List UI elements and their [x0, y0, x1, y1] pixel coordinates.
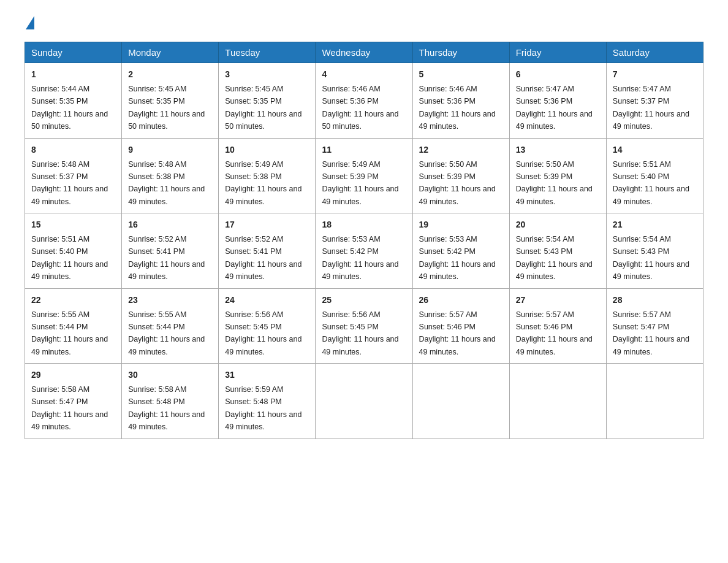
day-number: 25	[322, 294, 406, 307]
calendar-day-cell: 5 Sunrise: 5:46 AMSunset: 5:36 PMDayligh…	[412, 63, 509, 139]
header-sunday: Sunday	[25, 42, 122, 63]
day-info: Sunrise: 5:58 AMSunset: 5:48 PMDaylight:…	[128, 385, 205, 431]
day-info: Sunrise: 5:52 AMSunset: 5:41 PMDaylight:…	[225, 235, 301, 281]
calendar-day-cell: 3 Sunrise: 5:45 AMSunset: 5:35 PMDayligh…	[219, 63, 316, 139]
calendar-day-cell: 23 Sunrise: 5:55 AMSunset: 5:44 PMDaylig…	[122, 288, 219, 364]
header-thursday: Thursday	[412, 42, 509, 63]
day-info: Sunrise: 5:56 AMSunset: 5:45 PMDaylight:…	[225, 310, 301, 356]
calendar-day-cell: 12 Sunrise: 5:50 AMSunset: 5:39 PMDaylig…	[412, 138, 509, 213]
day-number: 18	[322, 218, 406, 231]
day-number: 30	[128, 369, 212, 381]
calendar-day-cell: 25 Sunrise: 5:56 AMSunset: 5:45 PMDaylig…	[316, 288, 412, 364]
day-info: Sunrise: 5:50 AMSunset: 5:39 PMDaylight:…	[516, 160, 593, 206]
day-info: Sunrise: 5:49 AMSunset: 5:38 PMDaylight:…	[225, 160, 301, 206]
calendar-day-cell: 29 Sunrise: 5:58 AMSunset: 5:47 PMDaylig…	[25, 364, 122, 439]
day-info: Sunrise: 5:44 AMSunset: 5:35 PMDaylight:…	[31, 85, 108, 131]
day-info: Sunrise: 5:47 AMSunset: 5:37 PMDaylight:…	[613, 85, 689, 131]
header-wednesday: Wednesday	[316, 42, 412, 63]
day-info: Sunrise: 5:58 AMSunset: 5:47 PMDaylight:…	[31, 385, 108, 431]
calendar-day-cell: 24 Sunrise: 5:56 AMSunset: 5:45 PMDaylig…	[219, 288, 316, 364]
calendar-day-cell: 2 Sunrise: 5:45 AMSunset: 5:35 PMDayligh…	[122, 63, 219, 139]
header-monday: Monday	[122, 42, 219, 63]
calendar-day-cell: 1 Sunrise: 5:44 AMSunset: 5:35 PMDayligh…	[25, 63, 122, 139]
calendar-day-cell: 26 Sunrise: 5:57 AMSunset: 5:46 PMDaylig…	[412, 288, 509, 364]
calendar-day-cell: 17 Sunrise: 5:52 AMSunset: 5:41 PMDaylig…	[219, 213, 316, 289]
calendar-day-cell: 4 Sunrise: 5:46 AMSunset: 5:36 PMDayligh…	[316, 63, 412, 139]
day-number: 10	[225, 144, 309, 156]
day-number: 9	[128, 144, 212, 156]
day-info: Sunrise: 5:56 AMSunset: 5:45 PMDaylight:…	[322, 310, 398, 356]
calendar-day-cell: 7 Sunrise: 5:47 AMSunset: 5:37 PMDayligh…	[606, 63, 703, 139]
calendar-header-row: Sunday Monday Tuesday Wednesday Thursday…	[25, 42, 703, 63]
day-number: 15	[31, 218, 115, 231]
day-info: Sunrise: 5:47 AMSunset: 5:36 PMDaylight:…	[516, 85, 593, 131]
day-info: Sunrise: 5:53 AMSunset: 5:42 PMDaylight:…	[322, 235, 398, 281]
day-number: 6	[516, 68, 600, 81]
header-friday: Friday	[509, 42, 606, 63]
calendar-day-cell: 22 Sunrise: 5:55 AMSunset: 5:44 PMDaylig…	[25, 288, 122, 364]
day-number: 3	[225, 68, 309, 81]
calendar-day-cell	[412, 364, 509, 439]
day-info: Sunrise: 5:48 AMSunset: 5:37 PMDaylight:…	[31, 160, 108, 206]
day-number: 19	[419, 218, 503, 231]
day-number: 17	[225, 218, 309, 231]
day-number: 11	[322, 144, 406, 156]
day-info: Sunrise: 5:54 AMSunset: 5:43 PMDaylight:…	[516, 235, 593, 281]
calendar-day-cell: 19 Sunrise: 5:53 AMSunset: 5:42 PMDaylig…	[412, 213, 509, 289]
calendar-week-row: 29 Sunrise: 5:58 AMSunset: 5:47 PMDaylig…	[25, 364, 703, 439]
calendar-day-cell: 20 Sunrise: 5:54 AMSunset: 5:43 PMDaylig…	[509, 213, 606, 289]
day-number: 5	[419, 68, 503, 81]
header-saturday: Saturday	[606, 42, 703, 63]
day-number: 8	[31, 144, 115, 156]
day-info: Sunrise: 5:45 AMSunset: 5:35 PMDaylight:…	[225, 85, 301, 131]
day-number: 14	[613, 144, 697, 156]
day-number: 22	[31, 294, 115, 307]
day-number: 29	[31, 369, 115, 381]
day-info: Sunrise: 5:46 AMSunset: 5:36 PMDaylight:…	[419, 85, 496, 131]
day-number: 20	[516, 218, 600, 231]
day-info: Sunrise: 5:45 AMSunset: 5:35 PMDaylight:…	[128, 85, 205, 131]
day-info: Sunrise: 5:52 AMSunset: 5:41 PMDaylight:…	[128, 235, 205, 281]
day-number: 24	[225, 294, 309, 307]
calendar-day-cell: 31 Sunrise: 5:59 AMSunset: 5:48 PMDaylig…	[219, 364, 316, 439]
day-number: 2	[128, 68, 212, 81]
calendar-day-cell: 30 Sunrise: 5:58 AMSunset: 5:48 PMDaylig…	[122, 364, 219, 439]
day-info: Sunrise: 5:55 AMSunset: 5:44 PMDaylight:…	[31, 310, 108, 356]
day-info: Sunrise: 5:46 AMSunset: 5:36 PMDaylight:…	[322, 85, 398, 131]
day-number: 27	[516, 294, 600, 307]
day-info: Sunrise: 5:59 AMSunset: 5:48 PMDaylight:…	[225, 385, 301, 431]
day-info: Sunrise: 5:57 AMSunset: 5:46 PMDaylight:…	[516, 310, 593, 356]
calendar-week-row: 22 Sunrise: 5:55 AMSunset: 5:44 PMDaylig…	[25, 288, 703, 364]
day-info: Sunrise: 5:49 AMSunset: 5:39 PMDaylight:…	[322, 160, 398, 206]
day-number: 13	[516, 144, 600, 156]
day-info: Sunrise: 5:51 AMSunset: 5:40 PMDaylight:…	[31, 235, 108, 281]
calendar-day-cell: 15 Sunrise: 5:51 AMSunset: 5:40 PMDaylig…	[25, 213, 122, 289]
day-info: Sunrise: 5:57 AMSunset: 5:47 PMDaylight:…	[613, 310, 689, 356]
calendar-day-cell: 6 Sunrise: 5:47 AMSunset: 5:36 PMDayligh…	[509, 63, 606, 139]
calendar-day-cell	[509, 364, 606, 439]
day-info: Sunrise: 5:53 AMSunset: 5:42 PMDaylight:…	[419, 235, 496, 281]
day-number: 1	[31, 68, 115, 81]
calendar-day-cell: 27 Sunrise: 5:57 AMSunset: 5:46 PMDaylig…	[509, 288, 606, 364]
calendar-day-cell: 21 Sunrise: 5:54 AMSunset: 5:43 PMDaylig…	[606, 213, 703, 289]
day-number: 26	[419, 294, 503, 307]
day-info: Sunrise: 5:50 AMSunset: 5:39 PMDaylight:…	[419, 160, 496, 206]
page-header	[25, 18, 703, 29]
day-number: 7	[613, 68, 697, 81]
day-number: 21	[613, 218, 697, 231]
calendar-day-cell: 28 Sunrise: 5:57 AMSunset: 5:47 PMDaylig…	[606, 288, 703, 364]
day-number: 31	[225, 369, 309, 381]
calendar-week-row: 1 Sunrise: 5:44 AMSunset: 5:35 PMDayligh…	[25, 63, 703, 139]
day-info: Sunrise: 5:51 AMSunset: 5:40 PMDaylight:…	[613, 160, 689, 206]
calendar-day-cell	[606, 364, 703, 439]
calendar-week-row: 8 Sunrise: 5:48 AMSunset: 5:37 PMDayligh…	[25, 138, 703, 213]
calendar-day-cell: 14 Sunrise: 5:51 AMSunset: 5:40 PMDaylig…	[606, 138, 703, 213]
calendar-table: Sunday Monday Tuesday Wednesday Thursday…	[25, 42, 703, 439]
calendar-day-cell: 11 Sunrise: 5:49 AMSunset: 5:39 PMDaylig…	[316, 138, 412, 213]
calendar-day-cell: 16 Sunrise: 5:52 AMSunset: 5:41 PMDaylig…	[122, 213, 219, 289]
day-number: 12	[419, 144, 503, 156]
day-number: 23	[128, 294, 212, 307]
calendar-day-cell: 9 Sunrise: 5:48 AMSunset: 5:38 PMDayligh…	[122, 138, 219, 213]
calendar-day-cell: 18 Sunrise: 5:53 AMSunset: 5:42 PMDaylig…	[316, 213, 412, 289]
day-info: Sunrise: 5:54 AMSunset: 5:43 PMDaylight:…	[613, 235, 689, 281]
